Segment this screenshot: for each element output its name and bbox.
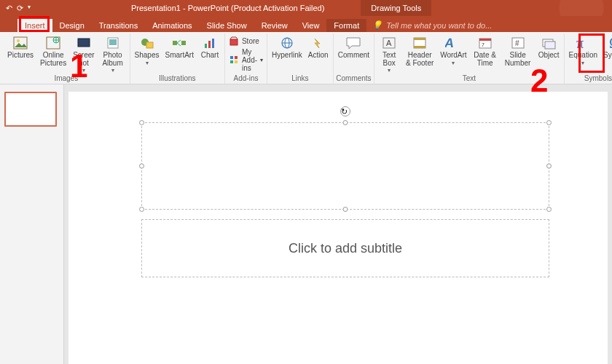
text-box-icon: A [381,35,397,51]
hyperlink-button[interactable]: Hyperlink [270,33,305,61]
action-icon [310,35,326,51]
subtitle-placeholder[interactable]: Click to add subtitle [141,219,549,277]
tab-animations[interactable]: Animations [145,19,199,32]
group-addins-label: Add-ins [234,74,259,83]
date-time-icon: 7 [477,35,493,51]
svg-rect-26 [414,46,425,48]
store-button[interactable]: Store [229,36,259,47]
my-addins-label: My Add-ins [242,48,257,72]
comment-icon [345,35,361,51]
action-label: Action [308,52,329,60]
resize-handle[interactable] [139,207,144,212]
hyperlink-icon [279,35,295,51]
date-time-label: Date & Time [473,52,498,67]
text-box-label: Text Box [379,52,399,67]
pictures-label: Pictures [7,52,34,60]
object-icon [541,35,557,51]
tab-transitions[interactable]: Transitions [92,19,145,32]
my-addins-button[interactable]: My Add-ins ▾ [229,48,263,72]
undo-icon[interactable]: ↶ [6,4,12,13]
svg-rect-15 [230,39,238,45]
smartart-label: SmartArt [165,52,194,60]
svg-rect-18 [230,60,233,63]
tab-design[interactable]: Design [52,19,92,32]
slide-thumbnails-pane[interactable] [0,84,64,364]
svg-text:7: 7 [482,42,484,47]
resize-handle[interactable] [546,207,552,212]
action-button[interactable]: Action [306,33,331,61]
tab-format[interactable]: Format [326,19,366,32]
svg-rect-11 [181,41,186,45]
resize-handle[interactable] [139,120,144,125]
wordart-button[interactable]: A WordArt [438,33,469,68]
store-icon [229,36,239,47]
svg-rect-14 [212,39,214,48]
photo-album-button[interactable]: Photo Album [98,33,128,75]
resize-handle[interactable] [343,207,348,212]
screenshot-button[interactable]: Screerhot [71,33,96,75]
online-pictures-icon [45,35,61,51]
resize-handle[interactable] [546,120,552,125]
group-comments: Comment Comments [334,33,374,84]
online-pictures-label: Online Pictures [39,52,67,67]
tab-insert[interactable]: Insert [17,19,52,32]
date-time-button[interactable]: 7 Date & Time [471,33,500,68]
svg-rect-16 [230,56,233,59]
svg-rect-17 [235,56,238,59]
workspace: ↻ Click to add subtitle [0,84,612,364]
header-footer-button[interactable]: Header & Footer [403,33,436,68]
svg-rect-4 [78,39,90,47]
group-images: Pictures Online Pictures Screerhot Photo… [3,33,130,84]
screenshot-icon [76,35,92,51]
svg-rect-9 [146,42,153,48]
chart-button[interactable]: Chart [197,33,222,61]
svg-text:Ω: Ω [609,35,612,51]
hyperlink-label: Hyperlink [272,52,302,60]
equation-button[interactable]: π Equation [567,33,600,68]
online-pictures-button[interactable]: Online Pictures [37,33,69,68]
shapes-label: Shapes [135,52,160,60]
contextual-tab-label: Drawing Tools [361,0,431,16]
pictures-button[interactable]: Pictures [5,33,36,61]
tell-me-search[interactable]: 💡 Tell me what you want to do... [366,18,498,32]
rotate-handle-icon[interactable]: ↻ [340,106,350,116]
photo-album-label: Photo Album [101,52,125,67]
slide-canvas[interactable]: ↻ Click to add subtitle [64,84,612,364]
slide-thumbnail-1[interactable] [4,92,57,127]
title-bar: ↶ ⟳ ▾ Presentation1 - PowerPoint (Produc… [0,0,612,16]
svg-rect-10 [173,41,177,45]
tab-slideshow[interactable]: Slide Show [200,19,254,32]
pictures-icon [12,35,28,51]
svg-rect-12 [205,44,207,48]
slide[interactable]: ↻ Click to add subtitle [68,92,608,364]
shapes-button[interactable]: Shapes [133,33,162,68]
wordart-label: WordArt [440,52,467,60]
tab-review[interactable]: Review [254,19,295,32]
group-text: A Text Box Header & Footer A WordArt 7 [374,33,564,84]
qat-dropdown-icon[interactable]: ▾ [28,4,31,13]
svg-text:A: A [445,36,455,50]
group-text-label: Text [463,74,476,83]
equation-icon: π [575,35,591,51]
resize-handle[interactable] [343,120,348,125]
ribbon: Pictures Online Pictures Screerhot Photo… [0,32,612,84]
addins-icon [229,55,239,65]
svg-rect-7 [109,39,117,45]
ribbon-tabs: Insert Design Transitions Animations Sli… [0,16,612,32]
svg-rect-13 [208,41,211,48]
redo-icon[interactable]: ⟳ [17,4,23,13]
smartart-button[interactable]: SmartArt [163,33,196,61]
title-placeholder[interactable] [141,122,549,210]
symbol-button[interactable]: Ω Symbol [601,33,612,61]
symbol-icon: Ω [608,35,612,51]
svg-text:A: A [386,39,392,47]
svg-text:π: π [576,35,584,51]
resize-handle[interactable] [139,164,144,169]
tab-view[interactable]: View [295,19,327,32]
svg-rect-34 [545,41,555,49]
object-button[interactable]: Object [536,33,562,61]
text-box-button[interactable]: A Text Box [377,33,401,75]
comment-button[interactable]: Comment [336,33,372,61]
resize-handle[interactable] [546,164,552,169]
slide-number-button[interactable]: # Slide Number [501,33,535,68]
